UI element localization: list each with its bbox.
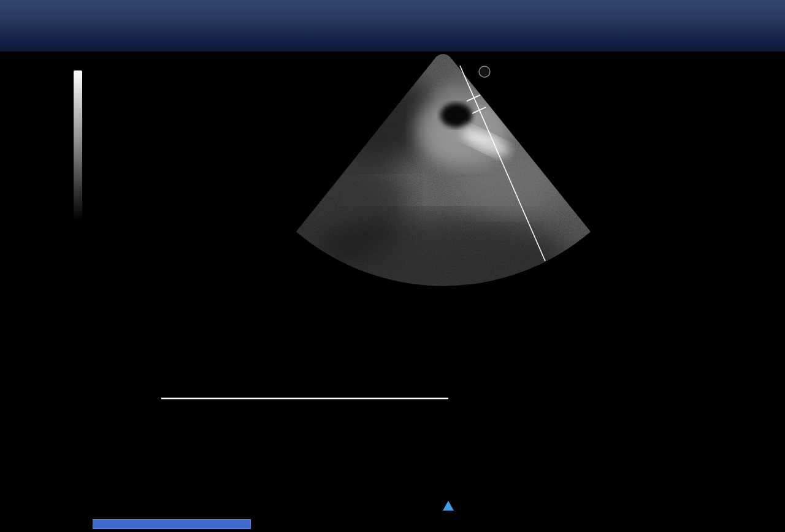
imaging-canvas [0,0,785,532]
pw-spectrum [161,398,454,511]
sweep-position-marker [443,501,454,511]
ultrasound-screen [0,0,785,532]
b-mode-image [255,49,607,300]
focus-marker[interactable] [572,186,579,204]
orientation-marker-icon [479,66,490,77]
cine-progress-bar[interactable] [93,519,251,529]
